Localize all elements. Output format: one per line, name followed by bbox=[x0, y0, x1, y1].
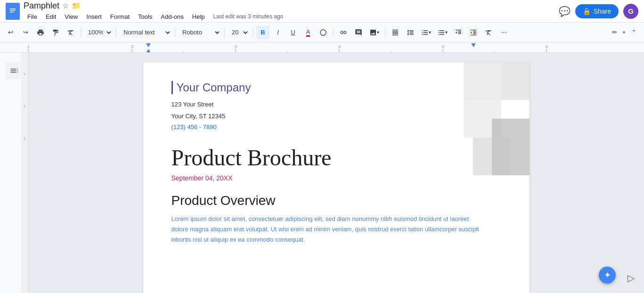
top-bar: Pamphlet ☆ 📁 File Edit View Insert Forma… bbox=[0, 0, 644, 23]
align-button[interactable] bbox=[389, 26, 402, 39]
outline-icon[interactable] bbox=[6, 62, 23, 79]
bold-button[interactable]: B bbox=[256, 26, 269, 39]
menu-help[interactable]: Help bbox=[188, 12, 209, 22]
doc-area[interactable]: Your Company 123 Your Street Your City, … bbox=[28, 53, 644, 293]
svg-text:4: 4 bbox=[338, 44, 341, 49]
folder-icon[interactable]: 📁 bbox=[72, 1, 81, 10]
ai-icon: ✦ bbox=[604, 270, 611, 280]
paint-format-button[interactable] bbox=[49, 26, 62, 39]
italic-button[interactable]: I bbox=[271, 26, 285, 39]
avatar[interactable]: G bbox=[623, 4, 638, 19]
pen-button[interactable]: ✏ bbox=[608, 26, 621, 39]
indent-less-button[interactable] bbox=[452, 26, 465, 39]
menu-view[interactable]: View bbox=[61, 12, 82, 22]
image-button[interactable]: ▾ bbox=[367, 26, 382, 39]
indent-more-button[interactable] bbox=[467, 26, 480, 39]
divider-3 bbox=[175, 28, 175, 37]
svg-text:2: 2 bbox=[131, 44, 133, 49]
zoom-select[interactable]: 100% 75% 150% bbox=[84, 26, 113, 39]
svg-rect-3 bbox=[10, 12, 14, 13]
numbered-list-button[interactable]: ▾ bbox=[419, 26, 433, 39]
style-select[interactable]: Normal text Heading 1 Heading 2 Title bbox=[120, 26, 171, 39]
divider-2 bbox=[116, 28, 116, 37]
svg-rect-25 bbox=[464, 62, 501, 100]
svg-text:3: 3 bbox=[235, 44, 237, 49]
menu-tools[interactable]: Tools bbox=[134, 12, 156, 22]
add-comment-button[interactable] bbox=[352, 26, 365, 39]
svg-text:6: 6 bbox=[546, 44, 548, 49]
main-layout: 1 2 3 Your Company 123 Your Street Your … bbox=[0, 53, 644, 293]
clear-format-button2[interactable] bbox=[482, 26, 495, 39]
divider-1 bbox=[81, 28, 81, 37]
redo-button[interactable]: ↪ bbox=[19, 26, 32, 39]
menu-format[interactable]: Format bbox=[106, 12, 133, 22]
print-button[interactable] bbox=[34, 26, 47, 39]
menu-file[interactable]: File bbox=[24, 12, 41, 22]
doc-title[interactable]: Pamphlet bbox=[24, 1, 59, 11]
scroll-arrow[interactable]: ▷ bbox=[628, 272, 635, 284]
last-edit-text: Last edit was 3 minutes ago bbox=[213, 13, 284, 20]
ruler: 1 2 3 4 5 6 bbox=[0, 42, 644, 53]
text-color-button[interactable]: A bbox=[302, 26, 315, 39]
app-logo bbox=[6, 3, 20, 20]
font-select[interactable]: Roboto Arial Times New Roman bbox=[179, 26, 221, 39]
menu-addons[interactable]: Add-ons bbox=[157, 12, 187, 22]
link-button[interactable] bbox=[337, 26, 350, 39]
comment-icon[interactable]: 💬 bbox=[559, 6, 571, 17]
clear-format-button[interactable] bbox=[64, 26, 77, 39]
svg-text:5: 5 bbox=[442, 44, 444, 49]
svg-rect-26 bbox=[501, 62, 530, 100]
svg-rect-0 bbox=[8, 6, 17, 16]
menu-insert[interactable]: Insert bbox=[82, 12, 106, 22]
menu-bar: File Edit View Insert Format Tools Add-o… bbox=[24, 12, 555, 22]
page: Your Company 123 Your Street Your City, … bbox=[143, 62, 530, 293]
doc-title-area: Pamphlet ☆ 📁 File Edit View Insert Forma… bbox=[24, 1, 555, 22]
share-lock-icon: 🔒 bbox=[583, 8, 591, 15]
top-right-area: 💬 🔒 Share G bbox=[559, 4, 638, 19]
svg-rect-2 bbox=[10, 10, 16, 11]
left-sidebar: 1 2 3 bbox=[0, 53, 28, 293]
star-icon[interactable]: ☆ bbox=[62, 1, 69, 10]
vertical-ruler: 1 2 3 bbox=[21, 53, 28, 293]
divider-4 bbox=[224, 28, 225, 37]
divider-6 bbox=[333, 28, 334, 37]
pen-area: ✏ ▾ ⌃ bbox=[608, 26, 640, 39]
svg-rect-1 bbox=[10, 8, 16, 9]
line-spacing-button[interactable] bbox=[404, 26, 417, 39]
expand-button[interactable]: ⌃ bbox=[627, 26, 640, 39]
svg-rect-29 bbox=[473, 138, 511, 175]
font-size-select[interactable]: 20 12 14 18 24 bbox=[228, 26, 249, 39]
underline-button[interactable]: U bbox=[286, 26, 300, 39]
bullet-list-button[interactable]: ▾ bbox=[435, 26, 450, 39]
ai-floating-button[interactable]: ✦ bbox=[599, 267, 616, 284]
share-label: Share bbox=[594, 8, 611, 15]
more-options-button[interactable]: ⋯ bbox=[497, 26, 510, 39]
share-button[interactable]: 🔒 Share bbox=[575, 4, 619, 18]
svg-text:1: 1 bbox=[27, 44, 30, 49]
divider-5 bbox=[253, 28, 253, 37]
toolbar: ↩ ↪ 100% 75% 150% Normal text Heading 1 … bbox=[0, 23, 644, 42]
menu-edit[interactable]: Edit bbox=[42, 12, 60, 22]
decorative-shapes bbox=[435, 62, 530, 203]
divider-7 bbox=[385, 28, 385, 37]
body-text[interactable]: Lorem ipsum dolor sit amet, consectetuer… bbox=[171, 214, 482, 245]
highlight-button[interactable] bbox=[317, 26, 330, 39]
undo-button[interactable]: ↩ bbox=[4, 26, 17, 39]
